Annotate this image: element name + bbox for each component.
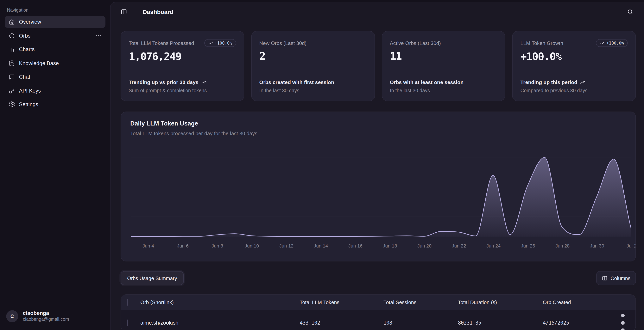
x-tick-label: Jun 16 bbox=[343, 243, 368, 249]
sidebar-item-label: Knowledge Base bbox=[19, 60, 59, 66]
trending-up-icon bbox=[208, 41, 213, 45]
sidebar-item-overview[interactable]: Overview bbox=[5, 16, 106, 28]
column-header-total-llm-tokens[interactable]: Total LLM Tokens bbox=[300, 300, 384, 305]
sidebar-item-knowledge-base[interactable]: Knowledge Base bbox=[5, 57, 106, 69]
stat-footer-primary: Orbs created with first session bbox=[260, 79, 367, 85]
x-tick-label: Jun 14 bbox=[308, 243, 333, 249]
user-info: ciaobenga ciaobenga@gmail.com bbox=[23, 310, 69, 322]
main-panel: Dashboard Total LLM Tokens Processed+100… bbox=[110, 2, 644, 330]
table-header-row: Orb (Shortlink)Total LLM TokensTotal Ses… bbox=[121, 295, 636, 310]
orbs-usage-summary-button[interactable]: Orbs Usage Summary bbox=[120, 271, 184, 285]
row-select-cell bbox=[121, 320, 140, 326]
stat-card-active-orbs-last-30d: Active Orbs (Last 30d)11Orbs with at lea… bbox=[382, 31, 506, 101]
column-header-total-sessions[interactable]: Total Sessions bbox=[384, 300, 458, 305]
select-all-checkbox[interactable] bbox=[127, 299, 128, 306]
sidebar: Navigation OverviewOrbsChartsKnowledge B… bbox=[0, 0, 110, 330]
page-title: Dashboard bbox=[143, 8, 174, 15]
app: Navigation OverviewOrbsChartsKnowledge B… bbox=[0, 0, 644, 330]
ellipsis-icon[interactable] bbox=[96, 32, 102, 39]
key-icon bbox=[8, 87, 15, 94]
stat-footer-primary: Orbs with at least one session bbox=[390, 79, 497, 85]
cell-shortlink[interactable]: aime.sh/zookish bbox=[140, 320, 300, 326]
area-chart[interactable] bbox=[121, 112, 636, 261]
sidebar-item-settings[interactable]: Settings bbox=[5, 98, 106, 110]
cell-total-sessions: 108 bbox=[384, 320, 458, 326]
sidebar-item-api-keys[interactable]: API Keys bbox=[5, 85, 106, 97]
x-tick-label: Jun 18 bbox=[378, 243, 402, 249]
content: Total LLM Tokens Processed+100.0%1,076,2… bbox=[110, 21, 644, 330]
table-row[interactable]: aime.sh/zookish433,10210880231.354/15/20… bbox=[121, 310, 636, 328]
sidebar-item-label: Orbs bbox=[19, 33, 30, 38]
stat-value: 11 bbox=[390, 50, 497, 62]
stat-footer-secondary: In the last 30 days bbox=[390, 88, 497, 93]
bar-chart-icon bbox=[8, 46, 15, 53]
stat-card-total-llm-tokens-processed: Total LLM Tokens Processed+100.0%1,076,2… bbox=[120, 31, 244, 101]
sidebar-item-label: Charts bbox=[19, 46, 35, 52]
sidebar-toggle-icon[interactable] bbox=[120, 8, 127, 15]
stat-footer-secondary: Compared to previous 30 days bbox=[520, 88, 628, 93]
trending-up-icon bbox=[201, 80, 207, 85]
column-header-total-duration-s[interactable]: Total Duration (s) bbox=[458, 300, 543, 305]
stat-card-new-orbs-last-30d: New Orbs (Last 30d)2Orbs created with fi… bbox=[251, 31, 375, 101]
topbar: Dashboard bbox=[110, 2, 644, 21]
stat-label: Active Orbs (Last 30d) bbox=[390, 39, 441, 46]
columns-button[interactable]: Columns bbox=[596, 271, 636, 285]
x-tick-label: Jun 30 bbox=[585, 243, 610, 249]
x-tick-label: Jun 28 bbox=[550, 243, 575, 249]
search-icon[interactable] bbox=[627, 8, 634, 15]
stat-label: Total LLM Tokens Processed bbox=[129, 39, 194, 46]
columns-icon bbox=[602, 275, 607, 281]
sidebar-item-label: Overview bbox=[19, 19, 41, 25]
stat-value: 1,076,249 bbox=[129, 50, 236, 62]
x-tick-label: Jun 10 bbox=[240, 243, 264, 249]
stat-footer-secondary: In the last 30 days bbox=[260, 88, 367, 93]
user-name: ciaobenga bbox=[23, 310, 69, 317]
sidebar-item-orbs[interactable]: Orbs bbox=[5, 30, 106, 42]
user-block[interactable]: C ciaobenga ciaobenga@gmail.com bbox=[6, 310, 106, 322]
x-tick-label: Jun 6 bbox=[170, 243, 195, 249]
user-email: ciaobenga@gmail.com bbox=[23, 317, 69, 322]
x-tick-label: Jun 12 bbox=[274, 243, 299, 249]
screen: Navigation OverviewOrbsChartsKnowledge B… bbox=[0, 0, 644, 330]
trending-up-icon bbox=[580, 80, 586, 85]
x-tick-label: Jun 4 bbox=[136, 243, 161, 249]
stat-footer-primary: Trending up vs prior 30 days bbox=[129, 79, 236, 85]
database-icon bbox=[8, 60, 15, 66]
avatar[interactable]: C bbox=[6, 310, 18, 322]
column-header-orb-shortlink[interactable]: Orb (Shortlink) bbox=[140, 300, 300, 305]
row-checkbox[interactable] bbox=[127, 320, 128, 326]
x-tick-label: Jun 20 bbox=[412, 243, 437, 249]
topbar-divider bbox=[136, 8, 136, 15]
x-tick-label: Jun 24 bbox=[481, 243, 506, 249]
stat-value: +100.0% bbox=[520, 50, 628, 62]
columns-button-label: Columns bbox=[610, 275, 630, 281]
table-body: aime.sh/zookish433,10210880231.354/15/20… bbox=[121, 310, 636, 328]
table-toolbar: Orbs Usage Summary Columns bbox=[120, 271, 636, 285]
select-all-cell bbox=[121, 300, 140, 305]
sidebar-item-charts[interactable]: Charts bbox=[5, 43, 106, 55]
sidebar-item-label: API Keys bbox=[19, 88, 41, 93]
cell-total-duration: 80231.35 bbox=[458, 320, 543, 326]
gear-icon bbox=[8, 101, 15, 108]
x-tick-label: Jun 8 bbox=[205, 243, 230, 249]
chart-card: Daily LLM Token Usage Total LLM tokens p… bbox=[120, 112, 636, 262]
row-menu-kebab-icon[interactable] bbox=[610, 310, 636, 330]
sidebar-nav: OverviewOrbsChartsKnowledge BaseChatAPI … bbox=[5, 16, 106, 110]
x-tick-label: Jul 2 bbox=[619, 243, 636, 249]
stat-label: New Orbs (Last 30d) bbox=[260, 39, 307, 46]
circle-icon bbox=[8, 32, 15, 39]
cell-total-llm-tokens: 433,102 bbox=[300, 320, 384, 326]
chat-icon bbox=[8, 74, 15, 80]
home-icon bbox=[8, 18, 15, 25]
orbs-table: Orb (Shortlink)Total LLM TokensTotal Ses… bbox=[120, 294, 636, 330]
stat-card-llm-token-growth: LLM Token Growth+100.0%+100.0%Trending u… bbox=[512, 31, 636, 101]
cell-orb-created: 4/15/2025 bbox=[543, 320, 610, 326]
trending-up-icon bbox=[600, 41, 604, 45]
column-header-orb-created[interactable]: Orb Created bbox=[543, 300, 610, 305]
table-row-stub bbox=[121, 328, 636, 330]
stat-value: 2 bbox=[260, 50, 367, 62]
sidebar-section-label: Navigation bbox=[5, 0, 106, 16]
sidebar-item-label: Settings bbox=[19, 101, 38, 107]
stat-label: LLM Token Growth bbox=[520, 39, 563, 46]
sidebar-item-chat[interactable]: Chat bbox=[5, 71, 106, 83]
